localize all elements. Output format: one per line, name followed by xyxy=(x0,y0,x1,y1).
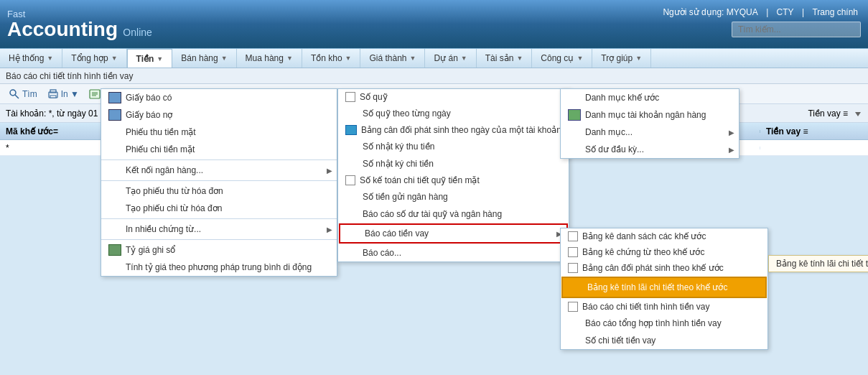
breadcrumb: Báo cáo chi tiết tính hình tiền vay xyxy=(0,68,868,84)
spacer-icon xyxy=(347,228,360,239)
header-right: Người sử dụng: MYQUA | CTY | Trang chính xyxy=(660,7,861,37)
chevron-down-icon: ▼ xyxy=(461,55,467,62)
spacer-icon xyxy=(345,108,358,119)
menu-item-tygiaghi[interactable]: Tỷ giá ghi sổ xyxy=(101,241,337,259)
svg-rect-3 xyxy=(50,90,56,93)
menu-item-phieu-chi[interactable]: Phiếu chi tiền mặt xyxy=(101,141,337,158)
menu-separator xyxy=(101,180,337,181)
menu-item-taophieuthutuhoadon[interactable]: Tạo phiếu thu từ hóa đơn xyxy=(101,182,337,200)
nav-item-giathanh[interactable]: Giá thành ▼ xyxy=(360,49,425,68)
spacer-icon xyxy=(568,126,581,138)
menu-item-innhieuchungtu[interactable]: In nhiều chứng từ... ▶ xyxy=(101,221,337,238)
submenu-item-bangkedanhsach[interactable]: Bảng kê danh sách các khế ước xyxy=(561,228,767,244)
submenu-item-bangkechungtu[interactable]: Bảng kê chứng từ theo khế ước xyxy=(561,244,767,260)
exchange-icon xyxy=(108,244,121,256)
spacer-icon xyxy=(108,261,121,273)
submenu-item-bangketinhlai[interactable]: Bảng kê tính lãi chi tiết theo khế ước xyxy=(561,277,767,298)
menu-item-baocaosodu[interactable]: Báo cáo số dư tài quỹ và ngân hàng xyxy=(338,205,569,223)
sheet-icon xyxy=(568,247,578,257)
spacer-icon xyxy=(108,185,121,197)
menu-item-sonhatkythu[interactable]: Số nhật ký thu tiền xyxy=(338,138,569,155)
navbar: Hệ thống ▼ Tổng hợp ▼ Tiền ▼ Bán hàng ▼ … xyxy=(0,48,868,68)
svg-marker-14 xyxy=(855,112,861,116)
menu-item-tinhtygia[interactable]: Tính tỷ giá theo phương pháp trung bình … xyxy=(101,259,337,276)
submenu-item-baocaotonghop[interactable]: Báo cáo tổng hợp tình hình tiền vay xyxy=(561,315,767,332)
chevron-down-icon: ▼ xyxy=(635,55,642,62)
menu-item-ketnoinganhang[interactable]: Kết nối ngân hàng... ▶ xyxy=(101,162,337,179)
nav-label-taisan: Tài sản xyxy=(485,53,514,63)
menu-item-danhmuc[interactable]: Danh mục... ▶ xyxy=(561,124,739,141)
menu-item-sodudauki[interactable]: Số dư đầu kỳ... ▶ xyxy=(561,141,739,158)
user-label: Người sử dụng: MYQUA xyxy=(663,7,757,17)
nav-item-banhang[interactable]: Bán hàng ▼ xyxy=(172,49,236,68)
menu-col2: Số quỹ Số quỹ theo từng ngày Bảng cân đố… xyxy=(337,88,569,262)
nav-label-giathanh: Giá thành xyxy=(369,53,406,63)
nav-label-tien: Tiền xyxy=(136,54,154,64)
search-input[interactable] xyxy=(732,22,861,37)
menu-col3: Danh mục khế ước Danh mục tài khoản ngân… xyxy=(560,88,739,159)
in-button[interactable]: In ▼ xyxy=(45,87,82,101)
col-tien-vay: Tiền vay ≡ xyxy=(760,125,868,138)
spacer-icon xyxy=(345,191,358,203)
spacer-icon xyxy=(108,165,121,176)
svg-point-0 xyxy=(10,90,16,96)
menu-item-phieu-thu[interactable]: Phiếu thu tiền mặt xyxy=(101,124,337,141)
header: Fast Accounting Online Người sử dụng: MY… xyxy=(0,0,868,48)
nav-label-hethong: Hệ thống xyxy=(9,53,44,63)
spacer-icon xyxy=(345,158,358,170)
menu-item-soquy[interactable]: Số quỹ xyxy=(338,89,569,105)
menu-item-taophieuchituhoadon[interactable]: Tạo phiếu chi từ hóa đơn xyxy=(101,200,337,217)
trang-chu-link[interactable]: Trang chính xyxy=(812,7,858,17)
menu-item-giaybao no[interactable]: Giấy báo nợ xyxy=(101,106,337,124)
logo-accounting: Accounting xyxy=(7,18,118,40)
spacer-icon xyxy=(345,141,358,152)
spacer-icon xyxy=(568,335,581,346)
tim-button[interactable]: Tìm xyxy=(6,87,40,101)
menu-item-soketoan[interactable]: Số kế toán chi tiết quỹ tiền mặt xyxy=(338,172,569,188)
sheet-icon xyxy=(345,175,355,185)
company-label[interactable]: CTY xyxy=(777,7,794,17)
chevron-down-icon: ▼ xyxy=(221,55,228,62)
nav-item-congcu[interactable]: Công cụ ▼ xyxy=(532,49,592,68)
nav-item-taisan[interactable]: Tài sản ▼ xyxy=(477,49,533,68)
sheet-icon xyxy=(345,92,355,102)
nav-item-hethong[interactable]: Hệ thống ▼ xyxy=(0,49,62,68)
logo: Fast Accounting Online xyxy=(7,9,152,40)
spacer-icon xyxy=(345,247,358,259)
submenu-item-sochitiet[interactable]: Số chi tiết tiền vay xyxy=(561,332,767,349)
spacer-icon xyxy=(570,282,583,293)
tien-vay-label: Tiền vay ≡ xyxy=(808,108,848,119)
submenu-item-baocaochitiet[interactable]: Báo cáo chi tiết tình hình tiền vay xyxy=(561,299,767,315)
doc-icon xyxy=(108,109,121,121)
menu-item-giaybaoco[interactable]: Giấy báo có xyxy=(101,89,337,106)
spacer-icon xyxy=(108,223,121,235)
spacer-icon xyxy=(108,203,121,214)
sort-icon[interactable] xyxy=(854,109,862,118)
nav-item-tonghop[interactable]: Tổng hợp ▼ xyxy=(62,49,126,68)
nav-item-trogiup[interactable]: Trợ giúp ▼ xyxy=(592,49,651,68)
menu-item-baocao[interactable]: Báo cáo... xyxy=(338,244,569,261)
nav-label-tonghop: Tổng hợp xyxy=(71,53,108,63)
menu-item-sotiengui[interactable]: Số tiền gửi ngân hàng xyxy=(338,188,569,205)
svg-rect-4 xyxy=(50,96,56,98)
chevron-down-icon: ▼ xyxy=(157,55,163,62)
sheet-icon xyxy=(568,231,578,241)
menu-item-sonhatkuchi[interactable]: Số nhật ký chi tiền xyxy=(338,155,569,172)
menu-item-baocaotienway[interactable]: Báo cáo tiền vay ▶ xyxy=(339,223,568,244)
nav-item-tien[interactable]: Tiền ▼ xyxy=(127,49,173,68)
chevron-down-icon: ▼ xyxy=(286,55,293,62)
spacer-icon xyxy=(568,92,581,103)
menu-item-bangcandoi[interactable]: Bảng cân đối phát sinh theo ngày của một… xyxy=(338,122,569,138)
nav-item-muahang[interactable]: Mua hàng ▼ xyxy=(237,49,302,68)
submenu-item-bangcandoi[interactable]: Bảng cân đối phát sinh theo khế ước xyxy=(561,260,767,276)
nav-label-trogiup: Trợ giúp xyxy=(601,53,633,63)
menu-item-soquytheonday[interactable]: Số quỹ theo từng ngày xyxy=(338,105,569,122)
nav-item-tonkho[interactable]: Tồn kho ▼ xyxy=(302,49,361,68)
nav-item-duan[interactable]: Dự án ▼ xyxy=(425,49,476,68)
menu-item-danhmucnganhang[interactable]: Danh mục tài khoản ngân hàng xyxy=(561,106,739,124)
menu-item-danhmuckeuoc[interactable]: Danh mục khế ước xyxy=(561,89,739,106)
chevron-down-icon: ▼ xyxy=(111,55,118,62)
chevron-down-icon: ▼ xyxy=(577,55,583,62)
sheet-icon xyxy=(568,302,578,312)
export-icon xyxy=(89,88,101,100)
